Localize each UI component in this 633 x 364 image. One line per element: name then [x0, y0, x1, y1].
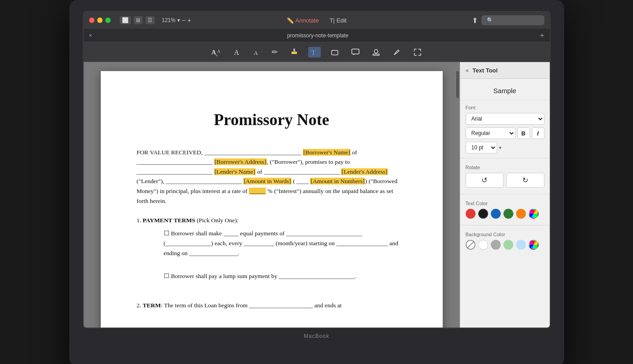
- text-color-swatches: [466, 209, 544, 219]
- expand-button[interactable]: [411, 46, 424, 58]
- share-button[interactable]: ⬆: [472, 16, 478, 25]
- tab-close-button[interactable]: ×: [89, 32, 92, 39]
- highlighter-button[interactable]: [287, 46, 301, 58]
- section2-number: 2.: [137, 302, 141, 309]
- divider-1: [460, 158, 550, 158]
- bg-color-gray[interactable]: [491, 240, 501, 250]
- bg-color-multicolor[interactable]: [529, 240, 539, 250]
- fullscreen-button[interactable]: [105, 18, 111, 23]
- close-button[interactable]: [89, 18, 94, 23]
- laptop-screen: ⬜ ⊞ ☰ 121% ▾ − + ✏️ Annotate T| Edit: [83, 11, 551, 328]
- svg-rect-6: [293, 49, 295, 52]
- svg-text:T: T: [311, 49, 315, 56]
- text-color-blue[interactable]: [491, 209, 501, 219]
- shape-tool-button[interactable]: [328, 46, 341, 58]
- tab-title: promissory-note-template: [96, 32, 540, 39]
- titlebar-actions: ✏️ Annotate T| Edit: [287, 17, 347, 24]
- text-resize-large-button[interactable]: AAA: [209, 46, 224, 58]
- text-tool-button[interactable]: T: [308, 47, 321, 58]
- rotate-row: ↺ ↻: [466, 173, 544, 188]
- svg-rect-9: [352, 49, 359, 54]
- pen-button[interactable]: [390, 46, 404, 58]
- stamp-button[interactable]: [369, 46, 383, 58]
- font-size-dropdown-icon: ▾: [499, 145, 502, 151]
- pdf-body: FOR VALUE RECEIVED, ____________________…: [137, 148, 407, 310]
- svg-text:A: A: [215, 54, 218, 56]
- edit-button[interactable]: T| Edit: [330, 17, 347, 24]
- font-label: Font: [466, 105, 544, 110]
- text-size-medium-button[interactable]: A: [231, 47, 244, 58]
- strip-view-button[interactable]: ☰: [145, 16, 155, 24]
- annotate-label: Annotate: [296, 17, 319, 24]
- grid-view-button[interactable]: ⊞: [134, 16, 143, 24]
- svg-text:A: A: [217, 49, 220, 54]
- divider-3: [460, 225, 550, 225]
- laptop-frame: ⬜ ⊞ ☰ 121% ▾ − + ✏️ Annotate T| Edit: [69, 0, 564, 364]
- svg-rect-8: [332, 50, 338, 55]
- zoom-level: 121%: [162, 17, 176, 23]
- rotate-ccw-button[interactable]: ↺: [466, 173, 504, 188]
- zoom-increase-button[interactable]: +: [187, 17, 191, 24]
- macbook-label: MacBook: [83, 333, 551, 339]
- payment-item-2-text: ☐ Borrower shall pay a lump sum payment …: [164, 271, 407, 281]
- bg-color-lightgreen[interactable]: [503, 240, 513, 250]
- lender-address-field: [Lender's Address]: [341, 168, 388, 175]
- annotate-button[interactable]: ✏️ Annotate: [287, 17, 319, 24]
- comment-button[interactable]: [349, 47, 362, 58]
- pencil-tool-button[interactable]: ✏: [269, 46, 280, 58]
- svg-text:A: A: [254, 49, 258, 56]
- font-section: Font Arial Helvetica Times New Roman Geo…: [460, 100, 550, 156]
- section2-title: TERM: [143, 302, 161, 309]
- sidebar-toggle-button[interactable]: ⬜: [120, 16, 131, 24]
- view-buttons: ⬜ ⊞ ☰: [120, 16, 155, 24]
- bold-button[interactable]: B: [517, 127, 530, 139]
- payment-item-1-text: ☐ Borrower shall make _____ equal paymen…: [164, 229, 407, 258]
- bg-color-lightblue[interactable]: [516, 240, 526, 250]
- bg-color-swatches: [466, 240, 544, 250]
- font-size-select[interactable]: 10 pt 12 pt 14 pt 16 pt 18 pt 24 pt: [466, 142, 497, 153]
- bold-icon: B: [521, 130, 525, 137]
- borrower-address-field: [Borrower's Address]: [214, 158, 267, 165]
- traffic-lights: [89, 18, 111, 23]
- sidebar-collapse-button[interactable]: «: [466, 67, 469, 74]
- tab-bar: × promissory-note-template +: [84, 29, 550, 42]
- svg-text:A: A: [234, 49, 239, 56]
- tab-add-button[interactable]: +: [540, 31, 544, 40]
- text-color-orange[interactable]: [516, 209, 526, 219]
- section1-title: PAYMENT TERMS: [143, 217, 195, 224]
- amount-numbers-field: [Amount in Numbers]: [310, 178, 365, 184]
- text-sample-preview: Sample: [460, 79, 550, 100]
- section1-number: 1.: [137, 217, 141, 224]
- pdf-title: Promissory Note: [137, 107, 407, 133]
- titlebar: ⬜ ⊞ ☰ 121% ▾ − + ✏️ Annotate T| Edit: [84, 12, 550, 29]
- annotation-toolbar: AAA A A ✏ T: [84, 42, 550, 62]
- svg-rect-11: [373, 54, 379, 55]
- interest-rate-field: _____: [249, 188, 266, 194]
- payment-option-2: ☐ Borrower shall pay a lump sum payment …: [164, 271, 407, 281]
- scrollbar-handle[interactable]: [456, 71, 459, 98]
- main-area: Promissory Note FOR VALUE RECEIVED, ____…: [84, 62, 550, 328]
- rotate-cw-button[interactable]: ↻: [506, 173, 544, 188]
- bg-color-section: Background Color: [460, 227, 550, 254]
- rotate-label: Rotate: [466, 165, 544, 170]
- minimize-button[interactable]: [97, 18, 103, 23]
- divider-2: [460, 194, 550, 194]
- amount-words-field: [Amount in Words]: [243, 178, 292, 184]
- text-color-multicolor[interactable]: [529, 209, 539, 219]
- search-input[interactable]: [481, 15, 544, 25]
- zoom-decrease-button[interactable]: −: [182, 17, 185, 24]
- term-section: 2. TERM: The term of this Loan begins fr…: [137, 301, 407, 310]
- text-color-red[interactable]: [466, 209, 476, 219]
- pdf-viewer[interactable]: Promissory Note FOR VALUE RECEIVED, ____…: [84, 62, 460, 328]
- text-color-green[interactable]: [503, 209, 513, 219]
- font-style-row: Regular Bold Italic Bold Italic B I: [466, 127, 544, 139]
- italic-button[interactable]: I: [532, 127, 544, 139]
- edit-label: Edit: [337, 17, 346, 24]
- text-size-small-button[interactable]: A: [251, 47, 262, 58]
- bg-color-white[interactable]: [478, 240, 488, 250]
- text-color-black[interactable]: [478, 209, 488, 219]
- font-family-select[interactable]: Arial Helvetica Times New Roman Georgia: [466, 113, 544, 125]
- font-style-select[interactable]: Regular Bold Italic Bold Italic: [466, 127, 516, 139]
- bg-color-none[interactable]: [466, 240, 476, 250]
- zoom-dropdown-icon: ▾: [177, 17, 180, 23]
